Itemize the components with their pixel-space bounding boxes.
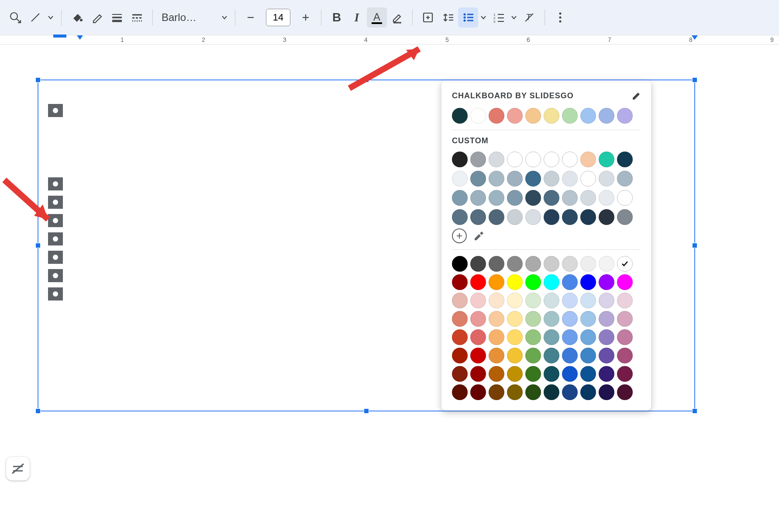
color-swatch[interactable] (470, 190, 486, 206)
color-swatch[interactable] (452, 209, 468, 225)
clear-formatting-button[interactable]: T (519, 7, 539, 28)
color-swatch[interactable] (489, 366, 504, 382)
color-swatch[interactable] (580, 171, 596, 187)
color-swatch[interactable] (507, 348, 523, 363)
vectors-list[interactable]: Back to school background in blackboard … (48, 101, 366, 303)
bold-button[interactable]: B (327, 7, 347, 28)
color-swatch[interactable] (599, 329, 614, 345)
color-swatch[interactable] (452, 329, 468, 345)
color-swatch[interactable] (562, 190, 578, 206)
color-swatch[interactable] (489, 256, 504, 272)
color-swatch[interactable] (470, 108, 486, 124)
decrease-font-size[interactable] (241, 7, 261, 28)
color-swatch[interactable] (507, 384, 523, 400)
color-swatch[interactable] (507, 209, 523, 225)
color-swatch[interactable] (544, 190, 559, 206)
border-weight-button[interactable] (107, 7, 127, 28)
color-swatch[interactable] (562, 384, 578, 400)
color-swatch[interactable] (617, 152, 633, 167)
list-item[interactable]: Hand drawn infographic steps template (48, 285, 366, 303)
color-swatch[interactable] (580, 366, 596, 382)
line-tool-dropdown[interactable] (45, 7, 56, 28)
more-options-button[interactable] (550, 7, 570, 28)
color-swatch[interactable] (599, 190, 614, 206)
color-swatch[interactable] (489, 190, 504, 206)
color-swatch[interactable] (617, 293, 633, 308)
icons-list[interactable]: School handmade (48, 381, 184, 396)
horizontal-ruler[interactable]: 123456789 (0, 35, 779, 45)
color-swatch[interactable] (470, 366, 486, 382)
border-dash-button[interactable] (127, 7, 147, 28)
color-swatch[interactable] (470, 293, 486, 308)
add-custom-color-button[interactable] (452, 228, 467, 243)
list-item[interactable]: Back to school background in blackboard … (48, 101, 366, 175)
color-swatch[interactable] (452, 384, 468, 400)
color-swatch[interactable] (599, 209, 614, 225)
color-swatch[interactable] (580, 190, 596, 206)
color-swatch[interactable] (489, 384, 504, 400)
color-swatch[interactable] (617, 348, 633, 363)
line-tool-button[interactable] (25, 7, 45, 28)
color-swatch[interactable] (580, 348, 596, 363)
color-swatch[interactable] (489, 293, 504, 308)
color-swatch[interactable] (562, 209, 578, 225)
color-swatch[interactable] (507, 256, 523, 272)
color-swatch[interactable] (507, 366, 523, 382)
color-swatch[interactable] (470, 256, 486, 272)
color-swatch[interactable] (470, 171, 486, 187)
color-swatch[interactable] (617, 209, 633, 225)
color-swatch[interactable] (470, 348, 486, 363)
sub-list-item[interactable]: Secondary list (118, 138, 366, 156)
color-swatch[interactable] (525, 209, 541, 225)
color-swatch[interactable] (525, 384, 541, 400)
color-swatch[interactable] (507, 274, 523, 290)
color-swatch[interactable] (562, 274, 578, 290)
list-item[interactable]: Maths realistic chalkboard background (48, 175, 366, 193)
color-swatch[interactable] (489, 152, 504, 167)
color-swatch[interactable] (617, 329, 633, 345)
color-swatch[interactable] (489, 274, 504, 290)
color-swatch[interactable] (599, 108, 614, 124)
color-swatch[interactable] (489, 171, 504, 187)
color-swatch[interactable] (452, 274, 468, 290)
insert-comment-button[interactable] (418, 7, 438, 28)
color-swatch[interactable] (580, 152, 596, 167)
select-shape-button[interactable] (5, 7, 25, 28)
color-swatch[interactable] (525, 329, 541, 345)
color-swatch[interactable] (544, 274, 559, 290)
color-swatch[interactable] (599, 293, 614, 308)
color-swatch[interactable] (470, 209, 486, 225)
color-swatch[interactable] (525, 366, 541, 382)
color-swatch[interactable] (580, 209, 596, 225)
fill-color-button[interactable] (67, 7, 87, 28)
color-swatch[interactable] (562, 366, 578, 382)
color-swatch[interactable] (489, 311, 504, 327)
color-swatch[interactable] (599, 152, 614, 167)
highlight-color-button[interactable] (387, 7, 407, 28)
color-swatch[interactable] (452, 256, 468, 272)
list-item[interactable]: Back to school background in chalkboard … (48, 193, 366, 211)
color-swatch[interactable] (544, 152, 559, 167)
font-size-input[interactable] (266, 9, 290, 26)
color-swatch[interactable] (489, 329, 504, 345)
color-swatch[interactable] (544, 311, 559, 327)
color-swatch[interactable] (544, 329, 559, 345)
color-swatch[interactable] (525, 293, 541, 308)
indent-marker-hanging[interactable] (77, 35, 83, 40)
color-swatch[interactable] (599, 366, 614, 382)
color-swatch[interactable] (580, 256, 596, 272)
color-swatch[interactable] (452, 152, 468, 167)
color-swatch[interactable] (599, 384, 614, 400)
color-swatch[interactable] (525, 171, 541, 187)
numbered-list-button[interactable]: 123 (489, 7, 509, 28)
list-item[interactable]: Good idea hand drawn illustration (48, 248, 366, 266)
color-swatch[interactable] (544, 256, 559, 272)
color-swatch[interactable] (617, 256, 633, 272)
color-swatch[interactable] (452, 171, 468, 187)
color-swatch[interactable] (544, 348, 559, 363)
increase-font-size[interactable] (296, 7, 316, 28)
color-swatch[interactable] (562, 152, 578, 167)
color-swatch[interactable] (562, 293, 578, 308)
color-swatch[interactable] (580, 293, 596, 308)
border-color-button[interactable] (87, 7, 107, 28)
